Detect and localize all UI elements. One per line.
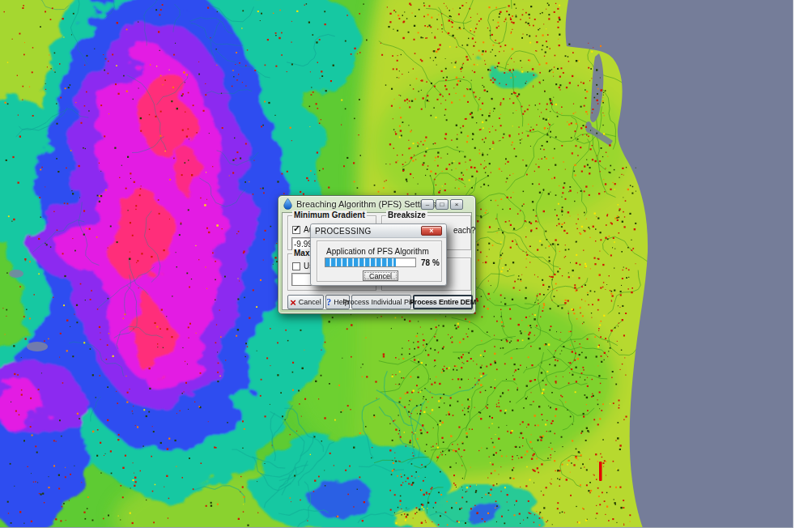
processing-cancel-label: Cancel [369,272,392,280]
red-x-icon: × [290,299,296,306]
processing-cancel-button[interactable]: Cancel [363,270,398,281]
processing-dialog: PROCESSING × Application of PFS Algorith… [310,223,447,286]
task-label: Application of PFS Algorithm [326,247,429,256]
progress-bar [325,257,416,267]
maximize-button[interactable]: □ [436,199,449,210]
group-breaksize-label: Breaksize [386,211,427,219]
process-entire-dem-label: Process Entire DEM [410,298,476,306]
auto-checkbox-box[interactable]: ✓ [292,226,300,234]
processing-title: PROCESSING [315,227,372,236]
question-mark-icon: ? [326,296,331,309]
screen: Breaching Algorithm (PFS) Settings – □ ×… [0,0,795,532]
cancel-button-label: Cancel [299,298,321,306]
progress-fill [325,258,396,266]
close-button[interactable]: × [450,199,463,210]
settings-titlebar[interactable]: Breaching Algorithm (PFS) Settings – □ × [278,196,475,212]
processing-panel: Application of PFS Algorithm 78 % Cancel [317,240,442,282]
breaksize-question-fragment: each? [453,226,475,235]
cancel-button[interactable]: × Cancel [287,295,324,309]
process-entire-dem-button[interactable]: Process Entire DEM [413,295,473,309]
process-individual-pixel-button[interactable]: Process Individual Pixel [351,295,411,309]
settings-title: Breaching Algorithm (PFS) Settings [296,199,436,209]
processing-close-button[interactable]: × [421,226,442,236]
processing-titlebar[interactable]: PROCESSING × [311,224,446,238]
minimize-button[interactable]: – [421,199,434,210]
water-drop-icon [283,198,292,210]
process-individual-pixel-label: Process Individual Pixel [342,298,419,306]
checkmark-icon: ✓ [293,223,300,234]
group-minimum-gradient-label: Minimum Gradient [292,211,367,219]
coastal-red-marker [599,462,602,481]
use-checkbox-box[interactable] [292,262,300,270]
percent-label: 78 % [421,258,440,267]
